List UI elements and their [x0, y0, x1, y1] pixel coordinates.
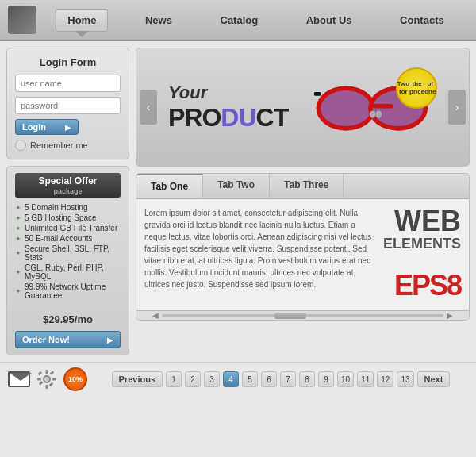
product-your: Your [168, 83, 310, 103]
login-button[interactable]: Login ▶ [15, 119, 79, 135]
bottom-icons: 10% [8, 367, 87, 391]
product-name: PRODUCT [168, 103, 310, 132]
remember-label: Remember me [30, 140, 88, 150]
svg-point-1 [321, 90, 371, 126]
page-12[interactable]: 12 [377, 371, 393, 387]
tab-content: Lorem ipsum dolor sit amet, consectetur … [136, 199, 469, 310]
page-8[interactable]: 8 [299, 371, 315, 387]
svg-rect-16 [49, 382, 54, 387]
svg-point-10 [44, 377, 49, 382]
tab-two[interactable]: Tab Two [203, 174, 270, 198]
next-button[interactable]: Next [417, 371, 451, 387]
special-offer-title: Special Offer package [15, 173, 121, 198]
page-2[interactable]: 2 [185, 371, 201, 387]
svg-point-7 [370, 110, 376, 117]
eps-label: EPS8 [394, 269, 461, 302]
page-10[interactable]: 10 [337, 371, 354, 387]
tab-headers: Tab One Tab Two Tab Three [136, 174, 469, 199]
nav-item-contacts[interactable]: Contacts [389, 10, 455, 31]
svg-rect-4 [373, 104, 393, 109]
pagination: Previous 1 2 3 4 5 6 7 8 9 10 11 12 13 N… [94, 371, 468, 387]
product-badge: Two for the price of one [396, 67, 437, 109]
scroll-left-arrow[interactable]: ◀ [149, 311, 162, 320]
login-form-title: Login Form [15, 56, 121, 68]
svg-point-8 [376, 110, 382, 117]
order-button-label: Order Now! [22, 335, 70, 344]
slider-prev-arrow[interactable]: ‹ [140, 90, 157, 125]
main-content: Login Form Login ▶ Remember me Special O… [0, 41, 476, 362]
slider-content: Your PRODUCT [160, 60, 445, 155]
tab-body-text: Lorem ipsum dolor sit amet, consectetur … [144, 207, 374, 302]
elements-label: ELEMENTS [383, 236, 461, 252]
tab-scrollbar: ◀ ▶ [136, 310, 469, 320]
nav-logo [8, 6, 36, 34]
offer-item-7: 99.9% Network Uptime Guarantee [15, 282, 121, 301]
svg-rect-17 [39, 381, 44, 386]
offer-list: 5 Domain Hosting 5 GB Hosting Space Unli… [15, 202, 121, 301]
remember-me: Remember me [15, 140, 121, 151]
svg-rect-11 [46, 370, 48, 374]
offer-item-5: Secure Shell, SSL, FTP, Stats [15, 244, 121, 263]
offer-item-3: Unlimited GB File Transfer [15, 223, 121, 233]
bottom-bar: 10% Previous 1 2 3 4 5 6 7 8 9 10 11 12 … [0, 362, 476, 396]
nav-item-news[interactable]: News [134, 10, 183, 31]
login-form: Login Form Login ▶ Remember me [6, 48, 129, 159]
offer-item-1: 5 Domain Hosting [15, 202, 121, 213]
svg-rect-13 [37, 378, 41, 381]
remember-checkbox[interactable] [15, 140, 26, 151]
nav-items: Home News Catalog About Us Contacts [43, 9, 468, 32]
page-9[interactable]: 9 [318, 371, 334, 387]
username-input[interactable] [15, 75, 121, 92]
login-button-label: Login [22, 122, 46, 132]
nav-item-home[interactable]: Home [56, 9, 108, 32]
page-11[interactable]: 11 [357, 371, 374, 387]
offer-item-6: CGL, Ruby, Perl, PHP, MySQL [15, 263, 121, 282]
web-label: WEB [383, 207, 461, 236]
previous-button[interactable]: Previous [112, 371, 163, 387]
slider-next-arrow[interactable]: › [448, 90, 466, 125]
page-13[interactable]: 13 [397, 371, 413, 387]
arrow-icon: ▶ [65, 123, 71, 132]
right-content: ‹ Your PRODUCT [136, 48, 470, 355]
page-3[interactable]: 3 [204, 371, 220, 387]
page-4[interactable]: 4 [223, 371, 239, 387]
special-offer: Special Offer package 5 Domain Hosting 5… [6, 166, 129, 355]
page-1[interactable]: 1 [166, 371, 182, 387]
password-input[interactable] [15, 97, 121, 114]
sidebar: Login Form Login ▶ Remember me Special O… [6, 48, 129, 355]
svg-rect-5 [314, 92, 321, 96]
offer-item-2: 5 GB Hosting Space [15, 213, 121, 223]
scroll-thumb[interactable] [274, 313, 306, 319]
svg-rect-12 [46, 385, 48, 389]
svg-rect-15 [37, 371, 42, 376]
tab-web-block: WEB ELEMENTS [383, 207, 461, 252]
mail-icon[interactable] [8, 371, 30, 387]
order-button[interactable]: Order Now! ▶ [15, 331, 121, 348]
order-arrow-icon: ▶ [107, 336, 113, 344]
svg-rect-14 [52, 378, 56, 381]
slider: ‹ Your PRODUCT [136, 48, 470, 167]
scroll-track[interactable] [162, 314, 443, 317]
sunglasses-image: Two for the price of one [310, 67, 437, 147]
tab-three[interactable]: Tab Three [270, 174, 344, 198]
page-6[interactable]: 6 [261, 371, 277, 387]
page-5[interactable]: 5 [242, 371, 258, 387]
percent-badge: 10% [63, 367, 87, 391]
tabs-section: Tab One Tab Two Tab Three Lorem ipsum do… [136, 173, 470, 321]
page-7[interactable]: 7 [280, 371, 296, 387]
nav-bar: Home News Catalog About Us Contacts [0, 0, 476, 41]
svg-rect-18 [50, 371, 55, 375]
scroll-right-arrow[interactable]: ▶ [443, 311, 456, 320]
tab-one[interactable]: Tab One [136, 174, 203, 198]
special-offer-subtitle: package [19, 187, 117, 195]
offer-price: $29.95/mo [15, 307, 121, 328]
gear-icon[interactable] [36, 369, 57, 390]
nav-item-catalog[interactable]: Catalog [209, 10, 270, 31]
product-text: Your PRODUCT [168, 83, 310, 132]
offer-item-4: 50 E-mail Accounts [15, 233, 121, 244]
nav-item-about[interactable]: About Us [295, 10, 363, 31]
